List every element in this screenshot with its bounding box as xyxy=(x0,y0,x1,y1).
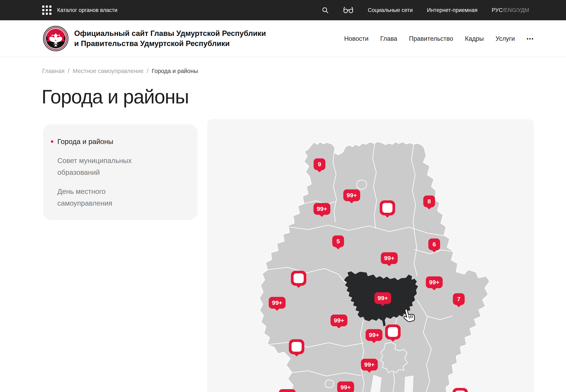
internet-reception-link[interactable]: Интернет-приемная xyxy=(427,7,478,13)
breadcrumb: Главная / Местное самоуправление / Город… xyxy=(42,68,198,74)
page-title: Города и районы xyxy=(41,85,189,108)
social-networks-link[interactable]: Социальные сети xyxy=(368,7,413,13)
apps-grid-icon[interactable] xyxy=(42,5,52,15)
site-header: Официальный сайт Главы Удмуртской Респуб… xyxy=(0,20,566,57)
map-marker-count[interactable]: 99+ xyxy=(361,359,378,370)
map-marker-count[interactable]: 99+ xyxy=(381,252,398,264)
map-marker-count[interactable]: 99+ xyxy=(269,297,286,309)
map-marker-count[interactable]: 6 xyxy=(428,238,440,250)
map-marker-count[interactable]: 99+ xyxy=(331,315,347,326)
search-icon[interactable] xyxy=(321,6,329,14)
map-marker-city[interactable] xyxy=(380,200,395,215)
main-nav: Новости Глава Правительство Кадры Услуги… xyxy=(344,20,534,57)
breadcrumb-current: Города и районы xyxy=(152,68,198,74)
map-marker-count[interactable]: 8 xyxy=(423,196,435,207)
map-marker-count[interactable]: 9 xyxy=(314,158,325,170)
lang-udm[interactable]: УДМ xyxy=(518,7,529,13)
nav-personnel[interactable]: Кадры xyxy=(465,35,484,42)
map-marker-count[interactable]: 99+ xyxy=(374,292,391,304)
catalog-link[interactable]: Каталог органов власти xyxy=(57,7,117,13)
map-markers-layer: 999+99+85699+99+99+799+99+99+99+99+99+ xyxy=(207,119,534,392)
language-switcher[interactable]: РУС/ENG/УДМ xyxy=(492,7,529,13)
map-marker-city[interactable] xyxy=(291,271,306,286)
nav-services[interactable]: Услуги xyxy=(496,35,515,42)
map-marker-count[interactable]: 99+ xyxy=(426,276,443,288)
map-marker-count[interactable]: 99+ xyxy=(366,329,383,341)
coat-of-arms-logo[interactable] xyxy=(43,26,69,51)
nav-news[interactable]: Новости xyxy=(344,35,369,42)
nav-government[interactable]: Правительство xyxy=(409,35,453,42)
map-marker-city[interactable] xyxy=(453,388,468,392)
sidebar-item-cities-districts[interactable]: Города и районы xyxy=(57,136,183,147)
map-marker-city[interactable] xyxy=(385,324,400,339)
section-menu-card: Города и районы Совет муниципальных обра… xyxy=(43,124,197,220)
nav-more-icon[interactable]: ••• xyxy=(527,36,534,42)
map-marker-count[interactable]: 5 xyxy=(332,236,344,247)
sidebar-item-local-government-day[interactable]: День местного самоуправления xyxy=(57,185,183,209)
breadcrumb-local-government[interactable]: Местное самоуправление xyxy=(73,68,144,74)
active-dot-icon xyxy=(51,140,53,143)
lang-current[interactable]: РУС xyxy=(492,7,503,13)
lang-eng[interactable]: ENG xyxy=(504,7,516,13)
map-marker-count[interactable]: 7 xyxy=(453,293,465,305)
nav-head[interactable]: Глава xyxy=(380,35,397,42)
region-map-card: 999+99+85699+99+99+799+99+99+99+99+99+ xyxy=(207,119,534,392)
sidebar-item-municipal-council[interactable]: Совет муниципальных образований xyxy=(57,155,183,178)
site-title: Официальный сайт Главы Удмуртской Респуб… xyxy=(74,28,266,49)
map-marker-count[interactable]: 99+ xyxy=(314,203,331,215)
accessibility-glasses-icon[interactable] xyxy=(343,6,354,14)
map-marker-count[interactable]: 99+ xyxy=(344,189,360,201)
map-marker-city[interactable] xyxy=(289,339,304,354)
top-bar: Каталог органов власти Социальные сети И… xyxy=(0,0,566,20)
map-marker-count[interactable]: 99+ xyxy=(279,389,296,392)
map-marker-count[interactable]: 99+ xyxy=(337,381,354,392)
breadcrumb-home[interactable]: Главная xyxy=(42,68,65,74)
